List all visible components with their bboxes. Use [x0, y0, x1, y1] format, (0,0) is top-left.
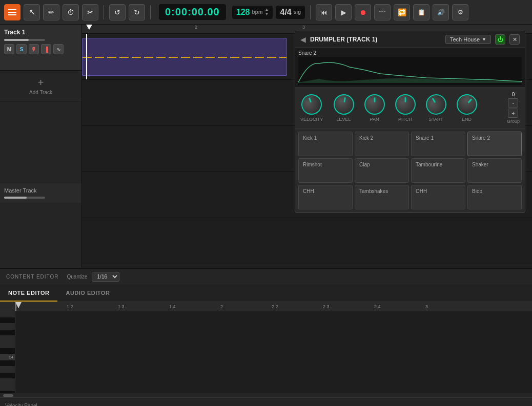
loop-button[interactable]: 🔁: [394, 4, 410, 20]
start-knob[interactable]: [422, 90, 450, 118]
ruler-mark-2: 2: [220, 304, 223, 309]
content-editor-label: CONTENT EDITOR: [6, 274, 59, 280]
group-minus-button[interactable]: -: [508, 98, 518, 108]
pencil-tool-button[interactable]: ✏: [43, 4, 59, 20]
pad-snare2[interactable]: Snare 2: [467, 132, 522, 156]
piano-key[interactable]: [0, 360, 15, 367]
pad-ohh[interactable]: OHH: [411, 185, 465, 209]
track-panel: Track 1 M S 🎙 ▐ ∿ + Add Track Master Tra…: [0, 25, 82, 268]
tab-audio-editor[interactable]: AUDIO EDITOR: [57, 285, 118, 302]
drumpler-power-button[interactable]: ⏻: [495, 34, 505, 45]
menu-button[interactable]: [4, 4, 21, 20]
piano-key-c4[interactable]: C4: [0, 354, 15, 360]
clip-pattern: [83, 57, 287, 58]
pad-tambourine[interactable]: Tambourine: [411, 158, 465, 183]
track-1-volume-slider[interactable]: [4, 39, 45, 41]
time-signature-display[interactable]: 4/4 sig: [276, 6, 305, 19]
piano-roll: C4 C5: [0, 302, 15, 393]
velocity-panel-label: Velocity Panel: [5, 403, 37, 406]
audio-button[interactable]: 🔊: [433, 4, 449, 20]
pad-shaker[interactable]: Shaker: [467, 158, 522, 183]
piano-key[interactable]: [0, 379, 15, 385]
track-clip[interactable]: [82, 38, 287, 76]
group-plus-button[interactable]: +: [508, 109, 518, 118]
add-track-button[interactable]: + Add Track: [0, 71, 81, 101]
pad-biop[interactable]: Biop: [467, 185, 522, 209]
start-knob-label: START: [428, 117, 443, 122]
ruler-mark-24: 2.4: [374, 304, 381, 309]
drumpler-header: ◀ DRUMPLER (TRACK 1) Tech House ▼ ⏻ ✕: [295, 31, 525, 48]
master-track-name: Master Track: [4, 187, 77, 194]
master-volume-slider[interactable]: [4, 197, 45, 199]
horizontal-scrollbar[interactable]: [0, 393, 532, 397]
note-grid[interactable]: 1 1.2 1.3 1.4 2 2.2 2.3 2.4 3: [15, 302, 532, 393]
quantize-label: Quantize: [67, 274, 88, 280]
piano-key[interactable]: [0, 385, 15, 391]
tab-note-editor[interactable]: NOTE EDITOR: [0, 285, 57, 302]
piano-key[interactable]: [0, 317, 15, 324]
scissors-tool-button[interactable]: ✂: [82, 4, 98, 20]
svg-rect-2: [8, 14, 16, 15]
velocity-knob-group: VELOCITY: [300, 94, 323, 122]
pad-clap[interactable]: Clap: [355, 158, 409, 183]
track-1-volume-fill: [4, 39, 29, 41]
track-wave-button[interactable]: ∿: [53, 44, 64, 54]
velocity-knob[interactable]: [299, 91, 325, 117]
piano-key[interactable]: [0, 348, 15, 354]
drumpler-title: DRUMPLER (TRACK 1): [310, 36, 441, 43]
redo-button[interactable]: ↻: [129, 4, 145, 20]
piano-key[interactable]: [0, 367, 15, 373]
master-lane: [82, 218, 532, 264]
mute-button[interactable]: M: [4, 44, 14, 54]
level-knob-label: LEVEL: [337, 117, 351, 122]
piano-key[interactable]: [0, 330, 15, 336]
select-tool-button[interactable]: ↖: [24, 4, 40, 20]
track-mic-button[interactable]: 🎙: [29, 44, 39, 54]
record-button[interactable]: ⏺: [355, 4, 371, 20]
pitch-knob-group: PITCH: [395, 94, 416, 122]
export-button[interactable]: 📋: [413, 4, 429, 20]
scrollbar-thumb[interactable]: [3, 394, 13, 397]
pad-tambshakes[interactable]: Tambshakes: [355, 185, 409, 209]
bpm-arrows[interactable]: ▲ ▼: [265, 8, 269, 16]
drumpler-close-button[interactable]: ✕: [509, 34, 520, 45]
bottom-editor: CONTENT EDITOR Quantize 1/4 1/8 1/16 1/3…: [0, 268, 532, 406]
pan-knob[interactable]: [364, 94, 385, 115]
piano-key[interactable]: [0, 311, 15, 317]
automation-button[interactable]: 〰: [374, 4, 391, 20]
piano-key[interactable]: [0, 373, 15, 379]
pan-knob-group: PAN: [364, 94, 385, 122]
knobs-row: VELOCITY LEVEL PAN PITCH START END 0 - +…: [295, 88, 525, 129]
bpm-label: bpm: [252, 9, 262, 15]
pad-kick1[interactable]: Kick 1: [298, 132, 353, 156]
sig-value: 4/4: [280, 8, 291, 17]
piano-key[interactable]: [0, 342, 15, 348]
solo-button[interactable]: S: [16, 44, 27, 54]
pitch-knob[interactable]: [395, 94, 416, 115]
quantize-area: Quantize 1/4 1/8 1/16 1/32: [67, 272, 119, 282]
pad-chh[interactable]: CHH: [298, 185, 353, 209]
svg-rect-1: [8, 12, 16, 13]
end-knob[interactable]: [452, 90, 481, 118]
piano-key[interactable]: [0, 336, 15, 342]
pad-rimshot[interactable]: Rimshot: [298, 158, 353, 183]
level-knob[interactable]: [332, 92, 355, 116]
settings-button[interactable]: ⚙: [452, 4, 468, 20]
svg-rect-0: [8, 9, 16, 10]
track-eq-button[interactable]: ▐: [41, 44, 51, 54]
start-knob-group: START: [426, 94, 446, 122]
pad-kick2[interactable]: Kick 2: [355, 132, 409, 156]
quantize-select[interactable]: 1/4 1/8 1/16 1/32: [92, 272, 119, 282]
preset-selector[interactable]: Tech House ▼: [445, 35, 491, 44]
go-start-button[interactable]: ⏮: [316, 4, 332, 20]
piano-key[interactable]: [0, 391, 15, 393]
pad-snare1[interactable]: Snare 1: [411, 132, 465, 156]
knob-number-display: 0: [512, 92, 515, 97]
ruler-mark-12: 1.2: [67, 304, 73, 309]
waveform-area: Snare 2: [295, 48, 525, 88]
play-button[interactable]: ▶: [335, 4, 352, 20]
clock-tool-button[interactable]: ⏱: [63, 4, 79, 20]
bpm-display[interactable]: 128 bpm ▲ ▼: [232, 6, 273, 19]
piano-key[interactable]: [0, 324, 15, 330]
undo-button[interactable]: ↺: [109, 4, 126, 20]
